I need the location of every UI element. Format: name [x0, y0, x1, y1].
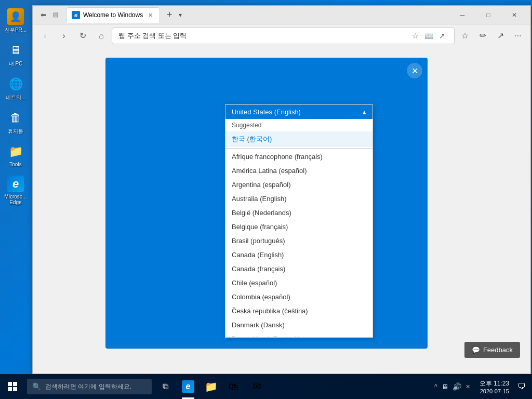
- edge-taskbar-icon: e: [182, 380, 194, 393]
- tab-dropdown-button[interactable]: ▾: [179, 11, 182, 19]
- nav-tools: ☆ ✏ ↗ ···: [457, 28, 526, 44]
- dropdown-item-5[interactable]: Belgique (français): [225, 220, 373, 234]
- dropdown-item-0[interactable]: Afrique francophone (français): [225, 150, 373, 164]
- new-tab-button[interactable]: +: [162, 8, 177, 22]
- hub-button[interactable]: ☆: [457, 28, 473, 44]
- desktop: 👤 신우PR... 🖥 내 PC 🌐 네트워... 🗑 휴지통 📁 Tools …: [0, 0, 532, 399]
- dropdown-scroll-area[interactable]: Suggested 한국 (한국어) Afrique francophone (…: [225, 119, 373, 337]
- tab-list-control[interactable]: ⊟: [49, 9, 62, 21]
- welcome-page: ✕ Welcome ft Edge Choose th...news feed …: [33, 47, 530, 374]
- dropdown-divider: [225, 148, 373, 149]
- feedback-label: Feedback: [483, 346, 513, 354]
- forward-button[interactable]: ›: [56, 28, 72, 44]
- taskbar-search-bar[interactable]: 🔍 검색하려면 여기에 입력하세요.: [27, 379, 152, 394]
- dropdown-item-11[interactable]: Česká republika (čeština): [225, 304, 373, 318]
- favorite-icon[interactable]: ☆: [409, 30, 421, 42]
- dropdown-item-13[interactable]: Deutschland (Deutsch): [225, 332, 373, 337]
- svg-rect-0: [8, 382, 12, 386]
- dropdown-item-8[interactable]: Canada (français): [225, 262, 373, 276]
- tab-favicon-icon: e: [72, 11, 80, 19]
- start-button[interactable]: [0, 374, 25, 399]
- system-clock[interactable]: 오후 11:23 2020-07-15: [475, 379, 513, 394]
- feedback-icon: 💬: [472, 346, 480, 354]
- dropdown-item-7[interactable]: Canada (English): [225, 248, 373, 262]
- active-tab[interactable]: e Welcome to Windows ✕: [66, 7, 160, 23]
- taskbar-app-edge[interactable]: e: [177, 374, 200, 399]
- tray-close-icon[interactable]: ✕: [464, 382, 471, 391]
- tray-arrow-icon[interactable]: ^: [433, 382, 438, 391]
- svg-rect-3: [13, 387, 17, 391]
- dropdown-item-2[interactable]: Argentina (español): [225, 178, 373, 192]
- welcome-close-button[interactable]: ✕: [407, 63, 422, 78]
- recycle-label: 휴지통: [8, 128, 23, 135]
- taskbar-app-mail[interactable]: ✉: [245, 374, 268, 399]
- desktop-icon-sinupro[interactable]: 👤 신우PR...: [0, 5, 31, 37]
- dropdown-item-1[interactable]: América Latina (español): [225, 164, 373, 178]
- dropdown-arrow-icon: ▴: [363, 108, 366, 116]
- dropdown-item-4[interactable]: België (Nederlands): [225, 206, 373, 220]
- tray-network-icon[interactable]: 🖥: [441, 382, 449, 392]
- suggested-header: Suggested: [225, 119, 373, 131]
- taskbar: 🔍 검색하려면 여기에 입력하세요. ⧉ e 📁 🛍 ✉ ^: [0, 374, 532, 399]
- dropdown-item-10[interactable]: Colombia (español): [225, 290, 373, 304]
- browser-content: ✕ Welcome ft Edge Choose th...news feed …: [33, 47, 530, 374]
- window-controls: ─ □ ✕: [450, 7, 526, 23]
- desktop-icon-recycle[interactable]: 🗑 휴지통: [0, 107, 31, 138]
- desktop-icon-tools[interactable]: 📁 Tools: [0, 140, 31, 170]
- notification-button[interactable]: 🗨: [513, 374, 530, 399]
- title-bar: ⬅ ⊟ e Welcome to Windows ✕ + ▾ ─ □ ✕: [33, 6, 530, 24]
- notes-button[interactable]: ✏: [474, 28, 491, 44]
- desktop-icon-mypc[interactable]: 🖥 내 PC: [0, 39, 31, 71]
- taskbar-app-store[interactable]: 🛍: [222, 374, 245, 399]
- network-icon: 🌐: [7, 76, 24, 92]
- taskbar-right: ^ 🖥 🔊 ✕ 오후 11:23 2020-07-15 🗨: [429, 374, 532, 399]
- reading-icon[interactable]: 📖: [423, 30, 434, 42]
- desktop-icon-network[interactable]: 🌐 네트워...: [0, 73, 31, 104]
- edge-desktop-label: Microso... Edge: [2, 194, 29, 205]
- taskbar-app-explorer[interactable]: 📁: [200, 374, 222, 399]
- tab-title-text: Welcome to Windows: [83, 11, 143, 19]
- task-view-icon: ⧉: [163, 382, 168, 391]
- feedback-button[interactable]: 💬 Feedback: [464, 342, 520, 358]
- svg-rect-1: [13, 382, 17, 386]
- country-dropdown: United States (English) ▴ Suggested 한국 (…: [225, 104, 373, 338]
- close-button[interactable]: ✕: [502, 7, 526, 23]
- dropdown-item-12[interactable]: Danmark (Dansk): [225, 318, 373, 332]
- store-taskbar-icon: 🛍: [228, 380, 240, 393]
- tools-label: Tools: [9, 162, 21, 167]
- maximize-button[interactable]: □: [476, 7, 500, 23]
- suggested-item-korea[interactable]: 한국 (한국어): [225, 131, 373, 147]
- clock-date: 2020-07-15: [480, 388, 509, 394]
- back-button[interactable]: ‹: [37, 28, 54, 44]
- desktop-icon-edge[interactable]: e Microso... Edge: [0, 172, 31, 208]
- notification-icon: 🗨: [517, 382, 526, 391]
- address-actions: ☆ 📖 ↗: [409, 30, 448, 42]
- clock-time: 오후 11:23: [480, 379, 509, 388]
- share-icon[interactable]: ↗: [436, 30, 448, 42]
- dropdown-item-9[interactable]: Chile (español): [225, 276, 373, 290]
- minimize-button[interactable]: ─: [450, 7, 474, 23]
- refresh-button[interactable]: ↻: [74, 28, 91, 44]
- dropdown-item-6[interactable]: Brasil (português): [225, 234, 373, 248]
- sinupro-icon: 👤: [7, 8, 24, 25]
- tab-back-control[interactable]: ⬅: [37, 9, 49, 21]
- windows-logo-icon: [8, 382, 17, 391]
- network-label: 네트워...: [6, 94, 25, 101]
- address-bar[interactable]: 웹 주소 검색 또는 입력 ☆ 📖 ↗: [112, 28, 455, 44]
- taskbar-apps-area: e 📁 🛍 ✉: [177, 374, 429, 399]
- nav-bar: ‹ › ↻ ⌂ 웹 주소 검색 또는 입력 ☆ 📖 ↗ ☆ ✏ ↗ ···: [33, 24, 530, 47]
- recycle-icon: 🗑: [7, 110, 24, 126]
- task-view-button[interactable]: ⧉: [154, 374, 177, 399]
- tab-close-button[interactable]: ✕: [146, 11, 154, 19]
- mypc-icon: 🖥: [7, 42, 24, 59]
- more-button[interactable]: ···: [510, 28, 526, 44]
- dropdown-item-3[interactable]: Australia (English): [225, 192, 373, 206]
- share-nav-button[interactable]: ↗: [492, 28, 509, 44]
- mail-taskbar-icon: ✉: [250, 380, 263, 393]
- search-icon: 🔍: [32, 382, 41, 391]
- dropdown-selected-item[interactable]: United States (English) ▴: [225, 105, 373, 119]
- home-button[interactable]: ⌂: [93, 28, 110, 44]
- tray-volume-icon[interactable]: 🔊: [451, 381, 462, 392]
- system-tray: ^ 🖥 🔊 ✕: [429, 381, 475, 392]
- svg-rect-2: [8, 387, 12, 391]
